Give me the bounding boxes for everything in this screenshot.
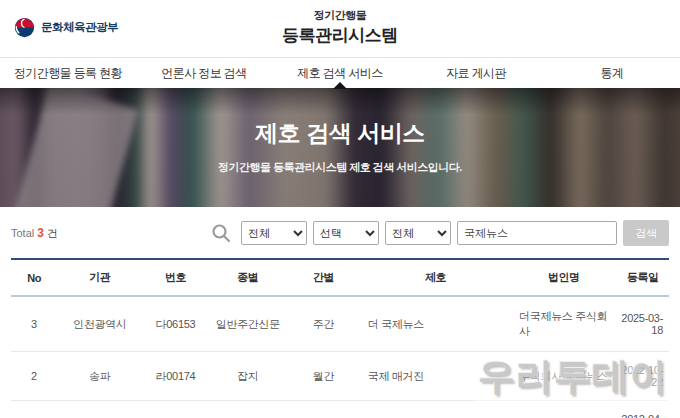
filter-select-2[interactable]: 선택: [313, 221, 379, 245]
filter-select-1[interactable]: 전체: [241, 221, 307, 245]
cell-kind: 일반주간신문: [208, 296, 287, 352]
col-header-kind: 종별: [208, 259, 287, 296]
cell-number: 나00021: [143, 401, 209, 418]
cell-frequency: 월간: [287, 352, 359, 401]
nav-item-label: 제호 검색 서비스: [297, 65, 382, 82]
nav-item-title-search-service[interactable]: 제호 검색 서비스: [272, 58, 408, 88]
nav-item-registration-status[interactable]: 정기간행물 등록 현황: [0, 58, 136, 88]
main-nav: 정기간행물 등록 현황 언론사 정보 검색 제호 검색 서비스 자료 게시판 통…: [0, 57, 680, 88]
cell-kind: 잡지: [208, 352, 287, 401]
hero-banner: 제호 검색 서비스 정기간행물 등록관리시스템 제호 검색 서비스입니다.: [0, 88, 680, 207]
active-tab-indicator: [333, 82, 347, 89]
total-unit: 건: [47, 227, 58, 239]
hero-subtitle: 정기간행물 등록관리시스템 제호 검색 서비스입니다.: [0, 160, 680, 175]
hero-title: 제호 검색 서비스: [0, 118, 680, 149]
cell-org: 인천광역시: [57, 296, 143, 352]
table-row[interactable]: 3 인천광역시 다06153 일반주간신문 주간 더 국제뉴스 더국제뉴스 주식…: [11, 296, 669, 352]
search-button[interactable]: 검색: [623, 220, 669, 246]
cell-corporation: (주)국제뉴스: [511, 401, 616, 418]
cell-frequency: 주간: [287, 296, 359, 352]
total-count-text: Total 3 건: [11, 226, 58, 241]
cell-number: 다06153: [143, 296, 209, 352]
cell-kind: 뉴스통신: [208, 401, 287, 418]
nav-item-press-info-search[interactable]: 언론사 정보 검색: [136, 58, 272, 88]
system-title-large: 등록관리시스템: [0, 24, 680, 47]
col-header-frequency: 간별: [287, 259, 359, 296]
col-header-reg-date: 등록일: [616, 259, 669, 296]
total-label: Total: [11, 227, 34, 239]
system-title-small: 정기간행물: [0, 8, 680, 23]
search-row: Total 3 건 전체 선택 전체 검색: [11, 220, 669, 246]
col-header-no: No: [11, 259, 57, 296]
keyword-input[interactable]: [457, 221, 617, 245]
watermark-text: 우리투데이: [474, 352, 672, 402]
system-title: 정기간행물 등록관리시스템: [0, 8, 680, 47]
cell-no: 1: [11, 401, 57, 418]
nav-item-statistics[interactable]: 통계: [544, 58, 680, 88]
app-header: 문화체육관광부 정기간행물 등록관리시스템: [0, 0, 680, 57]
cell-org: 송파: [57, 352, 143, 401]
col-header-number: 번호: [143, 259, 209, 296]
cell-reg-date: 2025-03-18: [616, 296, 669, 352]
cell-number: 라00174: [143, 352, 209, 401]
cell-corporation: 더국제뉴스 주식회사: [511, 296, 616, 352]
cell-title: (주)국제뉴스: [360, 401, 511, 418]
search-icon: [211, 223, 231, 243]
cell-no: 3: [11, 296, 57, 352]
total-count: 3: [37, 226, 44, 240]
cell-no: 2: [11, 352, 57, 401]
filter-select-3[interactable]: 전체: [385, 221, 451, 245]
col-header-title: 제호: [360, 259, 511, 296]
table-row[interactable]: 1 문화관광부 나00021 뉴스통신 뉴스통신 (주)국제뉴스 (주)국제뉴스…: [11, 401, 669, 418]
nav-item-board[interactable]: 자료 게시판: [408, 58, 544, 88]
cell-org: 문화관광부: [57, 401, 143, 418]
cell-title: 더 국제뉴스: [360, 296, 511, 352]
cell-frequency: 뉴스통신: [287, 401, 359, 418]
col-header-corporation: 법인명: [511, 259, 616, 296]
cell-reg-date: 2012-04-02: [616, 401, 669, 418]
col-header-org: 기관: [57, 259, 143, 296]
table-header-row: No 기관 번호 종별 간별 제호 법인명 등록일: [11, 259, 669, 296]
